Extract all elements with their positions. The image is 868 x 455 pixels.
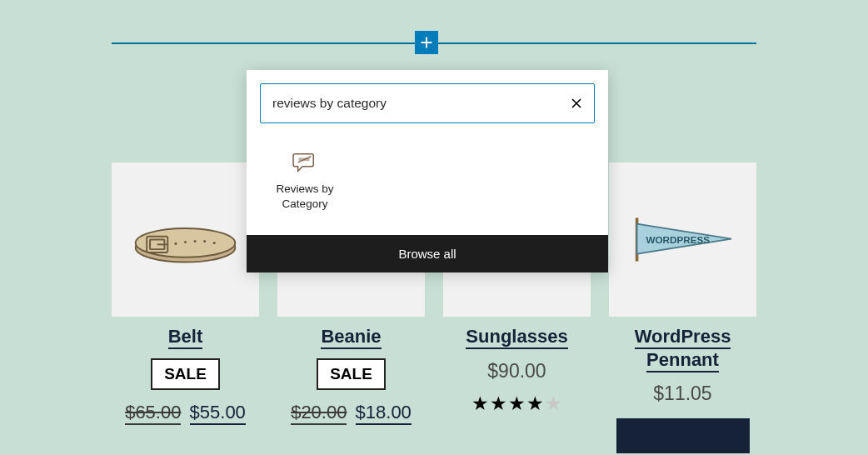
rating-stars: ★★★★★ xyxy=(471,392,563,415)
block-result-label: Reviews by Category xyxy=(260,182,350,212)
product-price: $11.05 xyxy=(653,382,711,405)
product-image: WORDPRESS xyxy=(609,162,756,317)
block-inserter-panel: Reviews by Category Browse all xyxy=(247,70,608,272)
product-name[interactable]: Sunglasses xyxy=(466,325,567,348)
sale-badge: SALE xyxy=(317,358,386,390)
clear-search-button[interactable] xyxy=(567,94,586,112)
product-price: $65.00 $55.00 xyxy=(125,402,246,423)
svg-point-8 xyxy=(203,240,206,242)
browse-all-button[interactable]: Browse all xyxy=(247,235,608,272)
svg-point-6 xyxy=(184,241,187,243)
belt-icon xyxy=(129,208,242,272)
plus-icon xyxy=(417,33,436,52)
search-input[interactable] xyxy=(272,96,567,111)
search-box xyxy=(260,83,595,123)
product-image xyxy=(112,162,259,317)
add-block-button[interactable] xyxy=(415,31,438,54)
product-name[interactable]: WordPress Pennant xyxy=(609,325,756,371)
block-result-reviews-by-category[interactable]: Reviews by Category xyxy=(260,147,350,217)
product-card[interactable]: Belt SALE $65.00 $55.00 xyxy=(112,162,259,453)
sale-badge: SALE xyxy=(151,358,220,390)
product-price: $20.00 $18.00 xyxy=(291,402,412,423)
product-name[interactable]: Beanie xyxy=(321,325,381,348)
product-card[interactable]: WORDPRESS WordPress Pennant $11.05 xyxy=(609,162,756,453)
product-name[interactable]: Belt xyxy=(168,325,203,348)
svg-point-5 xyxy=(174,242,177,245)
pennant-icon: WORDPRESS xyxy=(626,213,739,266)
add-to-cart-button[interactable] xyxy=(616,418,750,453)
product-price: $90.00 xyxy=(487,360,546,382)
svg-point-9 xyxy=(213,242,216,244)
svg-point-7 xyxy=(194,240,197,242)
reviews-by-category-icon xyxy=(292,152,317,173)
search-results: Reviews by Category xyxy=(247,140,608,235)
close-icon xyxy=(570,97,583,110)
svg-text:WORDPRESS: WORDPRESS xyxy=(646,234,710,245)
